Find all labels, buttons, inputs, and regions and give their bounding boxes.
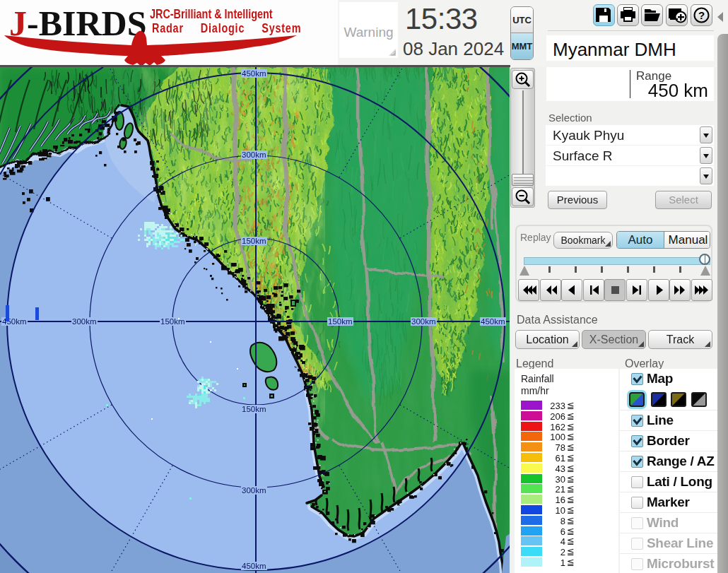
svg-text:150km: 150km xyxy=(328,317,353,326)
svg-text:450km: 450km xyxy=(242,562,266,570)
svg-text:300km: 300km xyxy=(242,150,266,159)
svg-text:150km: 150km xyxy=(242,237,266,245)
svg-text:150km: 150km xyxy=(160,317,185,326)
svg-text:?: ? xyxy=(698,9,705,21)
svg-text:150km: 150km xyxy=(242,405,266,413)
svg-text:300km: 300km xyxy=(72,317,97,326)
svg-text:450km: 450km xyxy=(481,317,505,326)
svg-text:450km: 450km xyxy=(242,69,266,78)
svg-text:300km: 300km xyxy=(242,486,266,495)
svg-text:300km: 300km xyxy=(411,317,436,326)
